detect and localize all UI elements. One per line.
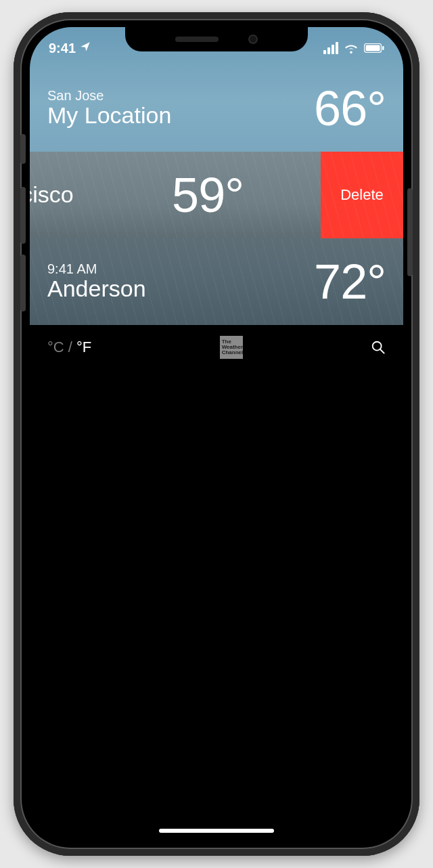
weather-channel-logo[interactable]: The Weather Channel <box>220 336 243 359</box>
phone-frame: 9:41 <box>14 12 419 856</box>
city-temp: 66° <box>314 81 386 136</box>
home-indicator[interactable] <box>159 829 274 833</box>
city-subtitle: San Jose <box>47 88 171 103</box>
battery-icon <box>364 43 384 53</box>
unit-toggle[interactable]: °C / °F <box>47 339 91 356</box>
wifi-icon <box>344 43 359 53</box>
svg-line-4 <box>380 349 384 353</box>
city-list: San Jose My Location 66° rancisco 59° De… <box>30 65 403 370</box>
svg-rect-2 <box>382 46 384 50</box>
city-title: My Location <box>47 103 171 128</box>
screen: 9:41 <box>30 27 403 841</box>
search-icon[interactable] <box>371 340 386 355</box>
city-row-anderson[interactable]: 9:41 AM Anderson 72° <box>30 238 403 325</box>
speaker-grill <box>175 37 219 42</box>
city-local-time: 9:41 AM <box>47 261 146 276</box>
unit-celsius: °C <box>47 339 64 355</box>
status-time: 9:41 <box>49 41 76 56</box>
city-title: Anderson <box>47 276 146 301</box>
svg-rect-1 <box>366 45 380 51</box>
status-left: 9:41 <box>49 37 91 56</box>
list-toolbar: °C / °F The Weather Channel <box>30 325 403 370</box>
city-temp: 72° <box>314 254 386 309</box>
power-button[interactable] <box>407 188 413 276</box>
volume-up-button[interactable] <box>20 187 26 244</box>
delete-label: Delete <box>340 186 384 204</box>
mute-switch[interactable] <box>20 134 26 164</box>
location-services-icon <box>80 41 91 55</box>
city-row-san-francisco[interactable]: rancisco 59° Delete <box>30 152 403 238</box>
delete-button[interactable]: Delete <box>321 152 403 238</box>
unit-separator: / <box>64 339 76 355</box>
status-right <box>323 38 384 54</box>
front-camera <box>248 35 258 44</box>
volume-down-button[interactable] <box>20 255 26 311</box>
unit-fahrenheit: °F <box>76 339 91 355</box>
logo-line-3: Channel <box>222 350 241 355</box>
city-temp: 59° <box>172 167 244 223</box>
city-title: rancisco <box>30 182 74 207</box>
notch <box>125 27 308 51</box>
svg-point-3 <box>373 342 382 351</box>
cellular-signal-icon <box>323 42 338 54</box>
